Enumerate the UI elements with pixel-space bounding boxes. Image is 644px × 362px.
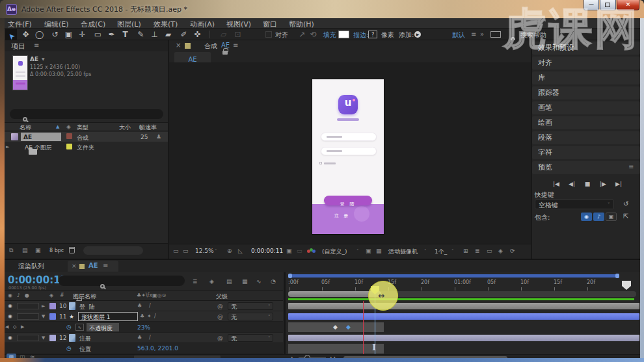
- layer11-quality-icon[interactable]: ♣: [140, 313, 144, 319]
- project-search-field[interactable]: [10, 109, 163, 119]
- menu-help[interactable]: 帮助(H): [289, 19, 314, 29]
- project-tab[interactable]: 项目: [11, 42, 25, 51]
- reset-exposure-icon[interactable]: ⟳: [510, 248, 515, 254]
- register-link[interactable]: 注 册: [334, 213, 350, 219]
- timeline-horizontal-scrollbar[interactable]: [288, 274, 619, 278]
- comp-flowchart-icon[interactable]: ◈: [498, 248, 503, 254]
- layer10-name[interactable]: 登 陆: [79, 303, 95, 311]
- layer12-parent-chevron-icon[interactable]: ˅: [268, 336, 271, 341]
- colorspace-chevron-icon[interactable]: ˅: [356, 249, 359, 254]
- panel-paint[interactable]: 绘画: [532, 116, 640, 129]
- region-of-interest-icon[interactable]: ▣: [366, 248, 371, 254]
- layer11-switch-boxes[interactable]: [17, 313, 39, 320]
- first-frame-button[interactable]: |◀: [548, 181, 564, 187]
- puppet-pin-tool-icon[interactable]: ✜: [191, 30, 204, 39]
- keyframe-add-icon[interactable]: ◇: [13, 324, 16, 330]
- fill-color-swatch[interactable]: [338, 31, 349, 38]
- project-footer-folder-icon[interactable]: ▤: [22, 247, 28, 253]
- opacity-graph-icon[interactable]: ∿: [75, 324, 84, 331]
- include-video-chip[interactable]: ◉: [581, 213, 592, 221]
- next-frame-button[interactable]: |▶: [595, 181, 611, 187]
- menu-edit[interactable]: 编辑(E): [44, 19, 69, 29]
- workspace-more-icon[interactable]: »: [480, 31, 484, 38]
- keyframe-next-icon[interactable]: ▶: [21, 324, 24, 330]
- work-area-bar[interactable]: [288, 291, 381, 297]
- menu-animation[interactable]: 动画(A): [190, 19, 215, 29]
- panel-character[interactable]: 字符: [532, 146, 640, 159]
- motion-blur-icon[interactable]: ∿: [256, 278, 262, 285]
- mask-visibility-icon[interactable]: ◺: [238, 248, 243, 254]
- view-layout-value[interactable]: 1个_: [435, 248, 447, 256]
- always-preview-icon[interactable]: ▭: [173, 248, 179, 254]
- camera-tool-icon[interactable]: ▣: [62, 30, 75, 39]
- comp-panel-close-icon[interactable]: ×: [176, 42, 181, 49]
- column-size-header[interactable]: 大小: [119, 123, 131, 132]
- menu-view[interactable]: 视图(V): [226, 19, 251, 29]
- layer11-collapse-icon[interactable]: ▼: [42, 314, 45, 319]
- label-column-tag-icon[interactable]: ◈: [66, 123, 71, 130]
- previous-frame-button[interactable]: ◀|: [564, 181, 580, 187]
- bit-depth-label[interactable]: 8 bpc: [49, 248, 64, 253]
- layer10-eye-icon[interactable]: ◉: [8, 303, 12, 309]
- login-button[interactable]: 登 陆: [324, 196, 372, 205]
- comp-panel-menu-icon[interactable]: ≡: [233, 42, 238, 49]
- comp-tab[interactable]: AE: [174, 52, 211, 62]
- timeline-tab-menu-icon[interactable]: ≡: [103, 262, 108, 269]
- last-frame-button[interactable]: ▶|: [611, 181, 626, 187]
- preview-name-collapse-icon[interactable]: ▼: [42, 57, 45, 61]
- preview-panel-menu-icon[interactable]: ≡: [628, 163, 634, 170]
- camera-view-value[interactable]: 活动摄像机: [388, 248, 418, 256]
- project-footer-comp-icon[interactable]: ▣: [35, 247, 41, 253]
- magnification-monitor-icon[interactable]: ▭: [183, 248, 189, 254]
- workspace-menu-icon[interactable]: ≡: [471, 31, 476, 38]
- colorspace-value[interactable]: (自定义_): [322, 248, 347, 256]
- stop-button[interactable]: ■: [580, 181, 595, 187]
- draft-3d-icon[interactable]: ◈: [209, 278, 214, 285]
- comp-panel-lock-icon[interactable]: [222, 51, 228, 55]
- layer10-quality-icon[interactable]: ♣: [137, 303, 142, 309]
- clone-stamp-tool-icon[interactable]: ⊥: [148, 30, 161, 39]
- panel-libraries[interactable]: 库: [532, 71, 640, 84]
- snap-checkbox[interactable]: [265, 31, 272, 38]
- layer11-name[interactable]: 形状图层 1: [81, 313, 111, 322]
- column-name-header[interactable]: 名称: [20, 123, 31, 132]
- workspace-label[interactable]: 默认: [452, 31, 465, 40]
- layer12-eye-icon[interactable]: ◉: [8, 335, 12, 341]
- layer10-switch-boxes[interactable]: [17, 303, 39, 309]
- layer10-parent-chevron-icon[interactable]: ˅: [268, 304, 271, 309]
- layer12-pickwhip-icon[interactable]: @: [217, 335, 223, 341]
- layer12-name[interactable]: 注册: [79, 335, 91, 343]
- choose-grid-icon[interactable]: ⊕: [227, 248, 232, 254]
- folder-item-name[interactable]: AE 个图层: [25, 144, 52, 152]
- snapshot-camera-icon[interactable]: ▣: [286, 248, 292, 254]
- hide-shy-layers-icon[interactable]: ▤: [226, 278, 232, 285]
- layer11-parent-chevron-icon[interactable]: ˅: [268, 315, 271, 320]
- panel-align[interactable]: 对齐: [532, 57, 640, 70]
- trash-icon[interactable]: [69, 247, 75, 253]
- include-audio-chip[interactable]: ♪: [593, 213, 604, 221]
- comp-label-swatch[interactable]: [66, 133, 72, 139]
- pen-tool-icon[interactable]: ✒: [105, 30, 118, 39]
- reset-preview-icon[interactable]: ↺: [623, 200, 628, 207]
- layer10-label-swatch[interactable]: [49, 303, 56, 309]
- keyframe-prev-icon[interactable]: ◀: [5, 324, 8, 330]
- channel-blue-dot-icon[interactable]: [312, 250, 315, 253]
- sort-ascending-icon[interactable]: ▲: [56, 124, 59, 129]
- layer11-duration-bar[interactable]: [288, 313, 639, 320]
- panel-preview[interactable]: 预览: [532, 161, 640, 174]
- workspace-screen-icon[interactable]: [490, 31, 501, 38]
- camera-view-chevron-icon[interactable]: ˅: [424, 249, 427, 254]
- rotation-tool-icon[interactable]: ↺: [49, 30, 61, 39]
- fill-label[interactable]: 填充: [323, 31, 336, 40]
- stroke-label[interactable]: 描边:: [353, 31, 368, 40]
- layer11-collapse-transform-icon[interactable]: ✦: [147, 313, 152, 319]
- opacity-property-name[interactable]: 不透明度: [89, 324, 113, 333]
- layer12-quality-icon[interactable]: ♣: [137, 335, 142, 341]
- layer11-label-swatch[interactable]: [49, 313, 56, 320]
- frame-blending-icon[interactable]: ▦: [242, 278, 248, 285]
- project-panel-menu-icon[interactable]: ≡: [34, 42, 39, 49]
- menu-window[interactable]: 窗口: [263, 19, 277, 29]
- parent-column-header[interactable]: 父级: [216, 292, 228, 301]
- menu-layer[interactable]: 图层(L): [117, 19, 141, 29]
- type-tool-icon[interactable]: T: [119, 30, 131, 39]
